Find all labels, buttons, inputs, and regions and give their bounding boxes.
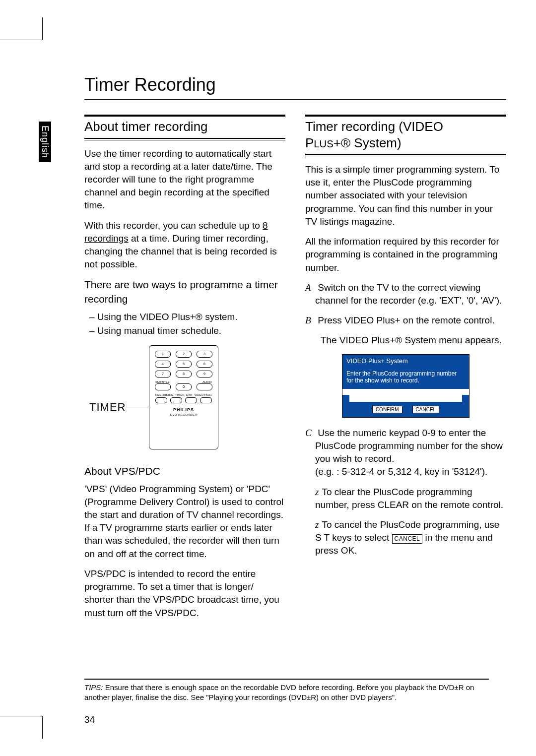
manual-page: English Timer Recording About timer reco… xyxy=(0,0,536,756)
left-column: About timer recording Use the timer reco… xyxy=(84,115,285,627)
language-tab: English xyxy=(39,122,51,162)
timer-label: TIMER xyxy=(89,401,126,414)
key xyxy=(170,397,182,403)
crop-mark xyxy=(0,716,42,716)
key: 6 xyxy=(197,361,212,368)
menu-cancel-button: CANCEL xyxy=(412,406,440,413)
key: 3 xyxy=(197,351,212,358)
vp-p2: All the information required by this rec… xyxy=(305,235,506,274)
right-column: Timer recording (VIDEO PLUS+® System) Th… xyxy=(305,115,506,627)
key: 8 xyxy=(176,371,192,378)
step-letter: A xyxy=(305,281,315,294)
key-label: RECORDING xyxy=(155,393,174,396)
menu-box: VIDEO Plus+ System Enter the PlusCode pr… xyxy=(342,354,469,418)
page-number: 34 xyxy=(84,714,95,725)
section-about-timer: About timer recording xyxy=(84,119,285,135)
step-a: A Switch on the TV to the correct viewin… xyxy=(315,281,506,307)
vps-p1: 'VPS' (Video Programming System) or 'PDC… xyxy=(84,483,285,561)
list-item: Using manual timer schedule. xyxy=(89,324,285,338)
remote-diagram: TIMER 1 2 3 4 5 6 7 8 9 xyxy=(89,345,218,454)
brand-logo: PHILIPS xyxy=(154,407,213,412)
about-timer-p1: Use the timer recording to automatically… xyxy=(84,147,285,212)
key: 4 xyxy=(155,361,171,368)
key: 7 xyxy=(155,371,171,378)
crop-mark xyxy=(42,716,43,739)
menu-body-text: Enter the PlusCode programming number fo… xyxy=(342,367,469,389)
two-ways-list: Using the VIDEO Plus+® system. Using man… xyxy=(84,310,285,337)
key xyxy=(197,383,212,390)
key xyxy=(200,397,212,403)
key xyxy=(185,397,197,403)
keypad-text: numeric keypad 0-9 xyxy=(353,428,436,438)
vp-p1: This is a simple timer programming syste… xyxy=(305,163,506,228)
key-label: TIMER xyxy=(175,393,185,396)
note-cancel: zTo cancel the PlusCode programming, use… xyxy=(315,518,506,558)
content-area: Timer Recording About timer recording Us… xyxy=(84,74,506,711)
step-b: B Press VIDEO Plus+ on the remote contro… xyxy=(315,314,506,327)
key: 2 xyxy=(176,351,192,358)
step-letter: C xyxy=(305,427,315,440)
menu-input xyxy=(349,395,462,402)
cancel-box: CANCEL xyxy=(392,534,423,544)
tips-label: TIPS: xyxy=(84,683,103,692)
step-letter: B xyxy=(305,314,315,327)
keypad: 1 2 3 4 5 6 7 8 9 xyxy=(154,351,213,378)
key: 5 xyxy=(176,361,192,368)
menu-title: VIDEO Plus+ System xyxy=(342,355,469,367)
key: 0 xyxy=(176,383,192,390)
step-c: C Use the numeric keypad 0-9 to enter th… xyxy=(315,427,506,479)
tips-footer: TIPS: Ensure that there is enough space … xyxy=(84,679,489,703)
about-timer-p2: With this recorder, you can schedule up … xyxy=(84,219,285,271)
key: 9 xyxy=(197,371,212,378)
list-item: Using the VIDEO Plus+® system. xyxy=(89,310,285,324)
callout-line xyxy=(125,407,151,407)
step-b-note: The VIDEO Plus+® System menu appears. xyxy=(315,334,506,347)
two-ways-subhead: There are two ways to programme a timer … xyxy=(84,278,285,306)
vps-subhead: About VPS/PDC xyxy=(84,464,285,478)
key: 1 xyxy=(155,351,171,358)
key xyxy=(155,397,167,403)
key xyxy=(155,383,171,390)
key-label: EXIT xyxy=(186,393,193,396)
title-rule xyxy=(84,99,506,100)
crop-mark xyxy=(42,17,43,40)
remote-outline: 1 2 3 4 5 6 7 8 9 SUBTITLE xyxy=(149,345,218,449)
note-clear: zTo clear the PlusCode programming numbe… xyxy=(315,486,506,511)
device-label: DVD RECORDER xyxy=(154,413,213,416)
vps-p2: VPS/PDC is intended to record the entire… xyxy=(84,567,285,620)
crop-mark xyxy=(0,40,42,40)
page-title: Timer Recording xyxy=(84,74,506,95)
menu-confirm-button: CONFIRM xyxy=(372,406,402,413)
key-label: VIDEO Plus+ xyxy=(194,393,212,396)
section-timer-videoplus: Timer recording (VIDEO PLUS+® System) xyxy=(305,119,506,151)
